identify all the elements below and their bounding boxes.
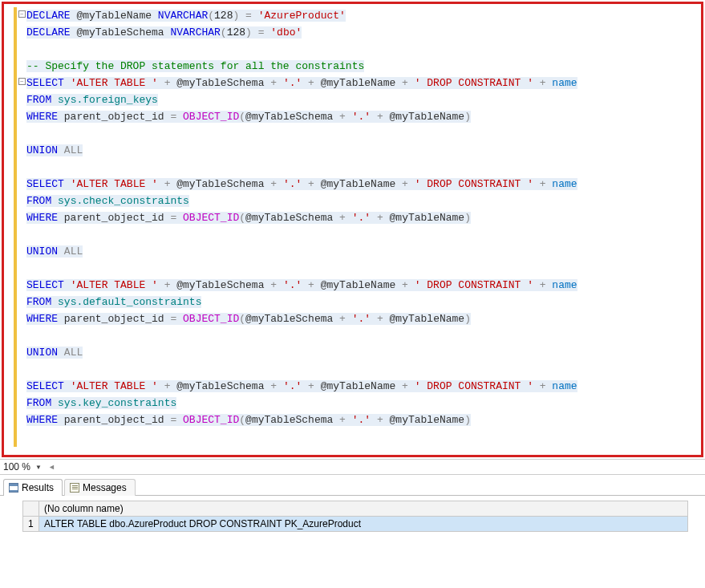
results-grid-icon (9, 483, 18, 493)
code-text[interactable]: DECLARE @myTableName NVARCHAR(128) = 'Az… (4, 4, 701, 432)
row-header-blank (23, 501, 39, 517)
fold-toggle-icon[interactable]: − (18, 10, 26, 18)
fold-toggle-icon[interactable]: − (18, 78, 26, 85)
sql-editor[interactable]: − − DECLARE @myTableName NVARCHAR(128) =… (2, 2, 703, 457)
messages-icon (70, 483, 79, 493)
zoom-dropdown-icon[interactable]: ▼ (35, 464, 42, 471)
result-cell[interactable]: ALTER TABLE dbo.AzureProduct DROP CONSTR… (39, 517, 688, 532)
zoom-bar: 100 % ▼ ◄ (0, 459, 705, 475)
result-tabs: Results Messages (0, 475, 705, 496)
tab-messages[interactable]: Messages (64, 479, 136, 496)
torn-edge-decoration (0, 538, 705, 570)
results-grid[interactable]: (No column name) 1 ALTER TABLE dbo.Azure… (0, 496, 705, 532)
tab-label: Messages (83, 482, 127, 493)
tab-label: Results (22, 482, 54, 493)
column-header[interactable]: (No column name) (39, 501, 688, 517)
row-number[interactable]: 1 (23, 517, 39, 532)
tab-results[interactable]: Results (3, 479, 63, 496)
change-indicator-bar (14, 7, 17, 447)
scroll-left-icon[interactable]: ◄ (48, 463, 55, 471)
zoom-value[interactable]: 100 % (3, 461, 30, 472)
